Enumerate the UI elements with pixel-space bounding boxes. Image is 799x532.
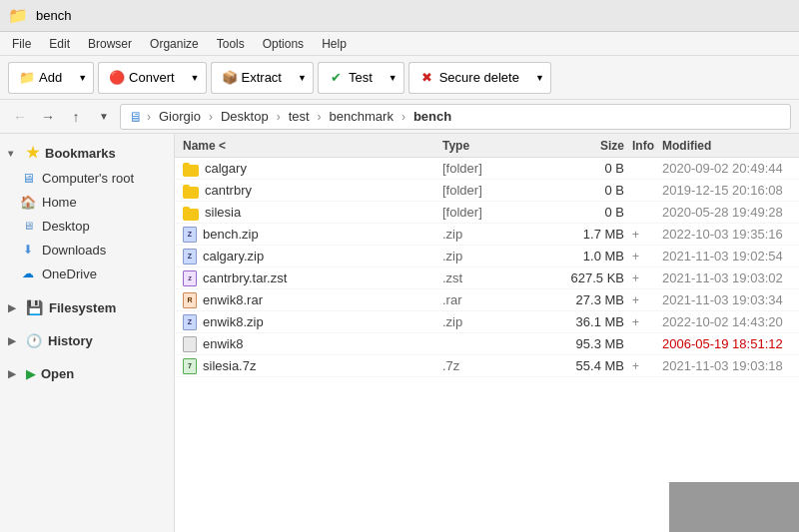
sidebar-item-onedrive[interactable]: ☁ OneDrive (0, 262, 174, 285)
up-button[interactable]: ↑ (64, 105, 88, 129)
table-row[interactable]: Z cantrbry.tar.zst .zst 627.5 KB + 2021-… (175, 267, 799, 289)
file-info-cell: + (632, 271, 662, 285)
info-badge: + (632, 315, 639, 329)
add-button[interactable]: 📁 Add (8, 62, 72, 94)
history-toggle-icon: ▶ (8, 335, 20, 346)
bookmarks-label: Bookmarks (45, 146, 116, 161)
path-bench[interactable]: bench (409, 107, 455, 126)
table-row[interactable]: calgary [folder] 0 B 2020-09-02 20:49:44 (175, 158, 799, 180)
open-icon: ▶ (26, 367, 35, 381)
menu-options[interactable]: Options (255, 35, 312, 53)
back-button[interactable]: ← (8, 105, 32, 129)
file-info-cell: + (632, 228, 662, 242)
file-name-cell: cantrbry (183, 183, 442, 199)
sidebar-item-home[interactable]: 🏠 Home (0, 190, 174, 214)
table-row[interactable]: 7 silesia.7z .7z 55.4 MB + 2021-11-03 19… (175, 355, 799, 377)
file-name: bench.zip (203, 227, 259, 242)
file-name-cell: enwik8 (183, 336, 442, 352)
file-name-cell: 7 silesia.7z (183, 358, 442, 374)
table-row[interactable]: silesia [folder] 0 B 2020-05-28 19:49:28 (175, 202, 799, 224)
info-badge: + (632, 250, 639, 264)
path-test[interactable]: test (285, 107, 314, 126)
menu-help[interactable]: Help (314, 35, 355, 53)
sidebar-item-downloads[interactable]: ⬇ Downloads (0, 238, 174, 262)
path-benchmark[interactable]: benchmark (326, 107, 398, 126)
sidebar-filesystem-header[interactable]: ▶ 💾 Filesystem (0, 295, 174, 319)
sidebar-history-header[interactable]: ▶ 🕐 History (0, 329, 174, 352)
bookmarks-toggle-icon: ▾ (8, 148, 20, 159)
menu-organize[interactable]: Organize (142, 35, 207, 53)
file-name-cell: Z calgary.zip (183, 249, 442, 265)
add-dropdown-button[interactable]: ▼ (72, 62, 94, 94)
file-type-cell: .zip (442, 249, 542, 264)
file-type-cell: [folder] (442, 205, 542, 220)
sidebar-open-section: ▶ ▶ Open (0, 362, 174, 385)
table-row[interactable]: Z calgary.zip .zip 1.0 MB + 2021-11-03 1… (175, 246, 799, 267)
sidebar-bookmarks-header[interactable]: ▾ ★ Bookmarks (0, 140, 174, 166)
file-name: calgary.zip (203, 249, 264, 264)
extract-icon: 📦 (222, 70, 238, 86)
file-name: silesia (205, 205, 241, 220)
toolbar: 📁 Add ▼ 🔴 Convert ▼ 📦 Extract ▼ ✔ Test (0, 56, 799, 100)
folder-icon (183, 161, 199, 177)
table-row[interactable]: cantrbry [folder] 0 B 2019-12-15 20:16:0… (175, 180, 799, 202)
col-header-name[interactable]: Name < (183, 139, 442, 153)
file-modified-cell: 2020-09-02 20:49:44 (662, 161, 791, 176)
sidebar-home-label: Home (42, 195, 77, 210)
sidebar-bookmarks-section: ▾ ★ Bookmarks 🖥 Computer's root 🏠 Home 🖥… (0, 140, 174, 285)
menu-file[interactable]: File (4, 35, 39, 53)
filesystem-icon: 💾 (26, 299, 43, 315)
convert-button[interactable]: 🔴 Convert (98, 62, 185, 94)
secure-delete-icon: ✖ (419, 70, 435, 86)
file-info-cell: + (632, 359, 662, 373)
test-button[interactable]: ✔ Test (318, 62, 383, 94)
file-size-cell: 0 B (542, 205, 632, 220)
extract-button[interactable]: 📦 Extract (211, 62, 292, 94)
table-row[interactable]: R enwik8.rar .rar 27.3 MB + 2021-11-03 1… (175, 289, 799, 311)
table-row[interactable]: enwik8 95.3 MB 2006-05-19 18:51:12 (175, 333, 799, 355)
info-badge: + (632, 293, 639, 307)
sidebar-filesystem-section: ▶ 💾 Filesystem (0, 295, 174, 319)
title-bar: 📁 bench (0, 0, 799, 32)
col-header-type[interactable]: Type (442, 139, 542, 153)
test-icon: ✔ (329, 70, 345, 86)
file-type-cell: [folder] (442, 183, 542, 198)
dropdown-nav-button[interactable]: ▼ (92, 105, 116, 129)
zip-icon: Z (183, 227, 197, 243)
menu-edit[interactable]: Edit (41, 35, 78, 53)
sidebar-item-computers-root[interactable]: 🖥 Computer's root (0, 166, 174, 190)
address-path[interactable]: 🖥 › Giorgio › Desktop › test › benchmark… (120, 104, 791, 130)
file-name: enwik8.zip (203, 314, 264, 329)
col-header-info[interactable]: Info (632, 139, 662, 153)
sidebar-history-section: ▶ 🕐 History (0, 329, 174, 352)
secure-delete-dropdown-button[interactable]: ▼ (529, 62, 551, 94)
computer-root-icon: 🖥 (20, 170, 36, 186)
test-dropdown-button[interactable]: ▼ (383, 62, 404, 94)
info-badge: + (632, 359, 639, 373)
file-modified-cell: 2020-05-28 19:49:28 (662, 205, 791, 220)
add-label: Add (39, 70, 62, 85)
path-giorgio[interactable]: Giorgio (155, 107, 205, 126)
path-desktop[interactable]: Desktop (217, 107, 273, 126)
file-modified-cell: 2022-10-03 19:35:16 (662, 227, 791, 242)
extract-dropdown-button[interactable]: ▼ (292, 62, 314, 94)
forward-button[interactable]: → (36, 105, 60, 129)
file-rows-container: calgary [folder] 0 B 2020-09-02 20:49:44… (175, 158, 799, 377)
menu-tools[interactable]: Tools (209, 35, 253, 53)
zip-icon: Z (183, 314, 197, 330)
col-header-size[interactable]: Size (542, 139, 632, 153)
extract-button-group: 📦 Extract ▼ (211, 62, 314, 94)
file-size-cell: 0 B (542, 183, 632, 198)
sidebar-open-header[interactable]: ▶ ▶ Open (0, 362, 174, 385)
file-info-cell: + (632, 250, 662, 264)
convert-dropdown-button[interactable]: ▼ (185, 62, 207, 94)
table-row[interactable]: Z bench.zip .zip 1.7 MB + 2022-10-03 19:… (175, 224, 799, 246)
test-label: Test (349, 70, 373, 85)
secure-delete-button[interactable]: ✖ Secure delete (408, 62, 529, 94)
sidebar-item-desktop[interactable]: 🖥 Desktop (0, 214, 174, 238)
menu-browser[interactable]: Browser (80, 35, 140, 53)
onedrive-icon: ☁ (20, 266, 36, 281)
zst-icon: Z (183, 270, 197, 286)
col-header-modified[interactable]: Modified (662, 139, 791, 153)
table-row[interactable]: Z enwik8.zip .zip 36.1 MB + 2022-10-02 1… (175, 311, 799, 333)
